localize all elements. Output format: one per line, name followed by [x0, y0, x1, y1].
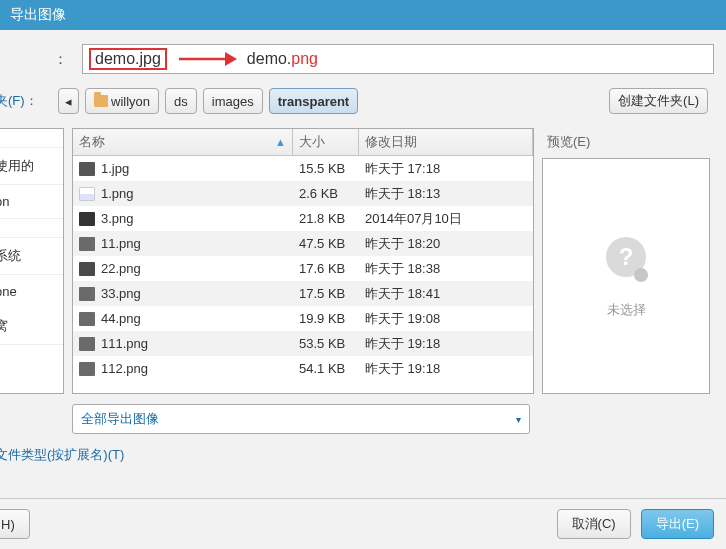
svg-text:?: ?	[619, 243, 634, 270]
sort-asc-icon: ▲	[275, 136, 286, 148]
path-segment-willyon[interactable]: willyon	[85, 88, 159, 114]
path-segment-transparent[interactable]: transparent	[269, 88, 359, 114]
filename-row: ： demo.jpg demo.png	[0, 38, 718, 84]
arrow-icon	[177, 50, 237, 68]
preview-box: ? 未选择	[542, 158, 710, 394]
sidebar-item[interactable]: 系统	[0, 238, 63, 275]
path-segment-images[interactable]: images	[203, 88, 263, 114]
export-button[interactable]: 导出(E)	[641, 509, 714, 539]
svg-marker-1	[225, 52, 237, 66]
file-icon	[79, 212, 95, 226]
sidebar-item[interactable]: one	[0, 275, 63, 308]
col-header-size[interactable]: 大小	[293, 129, 359, 155]
file-icon	[79, 262, 95, 276]
file-icon	[79, 287, 95, 301]
file-icon	[79, 237, 95, 251]
window-title: 导出图像	[10, 6, 66, 22]
preview-empty-label: 未选择	[607, 301, 646, 319]
file-icon	[79, 362, 95, 376]
sidebar-item[interactable]: 窝	[0, 308, 63, 345]
file-icon	[79, 187, 95, 201]
file-row[interactable]: 1.png2.6 KB昨天于 18:13	[73, 181, 533, 206]
file-list-pane: 名称 ▲ 大小 修改日期 1.jpg15.5 KB昨天于 17:18 1.png…	[72, 128, 534, 394]
path-row: 件夹(F)： ◂ willyon ds images transparent 创…	[0, 84, 718, 124]
filename-label: ：	[4, 50, 74, 69]
question-icon: ?	[599, 233, 653, 287]
sidebar-item[interactable]	[0, 129, 63, 148]
preview-title: 预览(E)	[542, 128, 710, 154]
col-header-name[interactable]: 名称 ▲	[73, 129, 293, 155]
filename-annotation-target: demo.png	[247, 50, 318, 68]
create-folder-button[interactable]: 创建文件夹(L)	[609, 88, 708, 114]
file-icon	[79, 312, 95, 326]
filename-input[interactable]: demo.jpg demo.png	[82, 44, 714, 74]
sidebar-item[interactable]: on	[0, 185, 63, 219]
col-header-date[interactable]: 修改日期	[359, 129, 533, 155]
file-list-rows[interactable]: 1.jpg15.5 KB昨天于 17:18 1.png2.6 KB昨天于 18:…	[73, 156, 533, 393]
file-row[interactable]: 1.jpg15.5 KB昨天于 17:18	[73, 156, 533, 181]
svg-point-4	[634, 268, 648, 282]
file-list-header: 名称 ▲ 大小 修改日期	[73, 129, 533, 156]
file-row[interactable]: 11.png47.5 KB昨天于 18:20	[73, 231, 533, 256]
file-row[interactable]: 3.png21.8 KB2014年07月10日	[73, 206, 533, 231]
sidebar-item[interactable]	[0, 219, 63, 238]
filename-annotation-original: demo.jpg	[89, 48, 167, 70]
file-row[interactable]: 111.png53.5 KB昨天于 19:18	[73, 331, 533, 356]
help-button[interactable]: H)	[0, 509, 30, 539]
folder-icon	[94, 95, 108, 107]
preview-pane: 预览(E) ? 未选择	[542, 128, 710, 394]
file-row[interactable]: 44.png19.9 KB昨天于 19:08	[73, 306, 533, 331]
bottom-toolbar: H) 取消(C) 导出(E)	[0, 498, 726, 549]
file-row[interactable]: 33.png17.5 KB昨天于 18:41	[73, 281, 533, 306]
file-icon	[79, 162, 95, 176]
file-row[interactable]: 22.png17.6 KB昨天于 18:38	[73, 256, 533, 281]
path-segment-ds[interactable]: ds	[165, 88, 197, 114]
export-type-dropdown[interactable]: 全部导出图像 ▾	[72, 404, 530, 434]
save-in-label[interactable]: 件夹(F)：	[0, 92, 52, 110]
sidebar-item[interactable]: 使用的	[0, 148, 63, 185]
file-type-disclosure[interactable]: ▸ 文件类型(按扩展名)(T)	[0, 434, 718, 464]
places-sidebar[interactable]: 使用的 on 系统 one 窝	[0, 128, 64, 394]
path-back-button[interactable]: ◂	[58, 88, 79, 114]
cancel-button[interactable]: 取消(C)	[557, 509, 631, 539]
chevron-down-icon: ▾	[516, 414, 521, 425]
window-titlebar: 导出图像	[0, 0, 726, 30]
file-icon	[79, 337, 95, 351]
file-row[interactable]: 112.png54.1 KB昨天于 19:18	[73, 356, 533, 381]
